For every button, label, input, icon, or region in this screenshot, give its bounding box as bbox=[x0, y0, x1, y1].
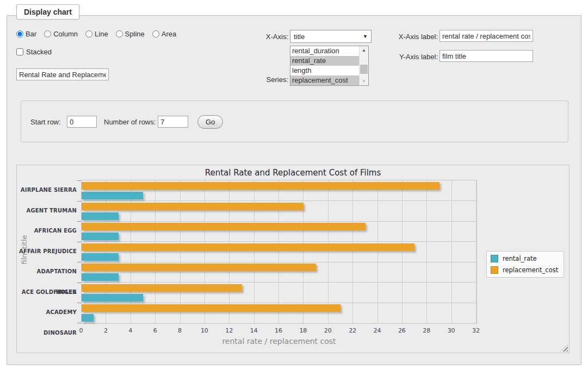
radio-label: Line bbox=[95, 30, 108, 38]
gridline bbox=[82, 241, 476, 242]
x-tick-label: 20 bbox=[324, 327, 332, 334]
plot-area bbox=[81, 180, 477, 324]
stacked-label: Stacked bbox=[26, 48, 52, 56]
chart-type-option-area[interactable]: Area bbox=[152, 30, 176, 38]
radio-label: Column bbox=[53, 30, 78, 38]
chart-container: Rental Rate and Replacement Cost of Film… bbox=[16, 165, 570, 353]
radio-label: Area bbox=[162, 30, 176, 38]
series-listbox-scrollbar[interactable]: ▲ ▼ bbox=[359, 46, 368, 85]
gridline bbox=[402, 180, 403, 323]
y-category-label: AGENT TRUMAN bbox=[17, 200, 77, 221]
legend-item-replacement_cost: replacement_cost bbox=[491, 266, 558, 274]
row-range-fieldset: Start row: Number of rows: Go bbox=[21, 101, 568, 142]
y-category-label: AFFAIR PREJUDICE bbox=[17, 241, 77, 262]
y-tick-mark bbox=[77, 180, 81, 181]
y-category-label: ACADEMY DINOSAUR bbox=[17, 302, 77, 323]
gridline bbox=[229, 180, 230, 323]
gridline bbox=[82, 262, 476, 262]
num-rows-input[interactable] bbox=[158, 116, 188, 128]
chart-legend: rental_ratereplacement_cost bbox=[486, 251, 564, 278]
x-tick-label: 16 bbox=[275, 327, 282, 334]
series-list-label: Series: bbox=[234, 76, 288, 84]
radio-line[interactable] bbox=[85, 30, 92, 37]
x-tick-label: 26 bbox=[398, 327, 406, 334]
legend-label: replacement_cost bbox=[503, 266, 558, 274]
gridline bbox=[303, 180, 304, 323]
radio-column[interactable] bbox=[44, 30, 51, 37]
bar-replacement_cost bbox=[82, 182, 440, 190]
x-tick-label: 10 bbox=[201, 327, 208, 334]
legend-swatch-icon bbox=[491, 266, 498, 274]
radio-bar[interactable] bbox=[16, 30, 23, 37]
chart-type-option-bar[interactable]: Bar bbox=[16, 30, 36, 38]
start-row-input[interactable] bbox=[67, 116, 97, 128]
y-category-labels: AIRPLANE SIERRAAGENT TRUMANAFRICAN EGGAF… bbox=[17, 180, 77, 324]
x-tick-label: 18 bbox=[299, 327, 307, 334]
stacked-checkbox-row: Stacked bbox=[16, 48, 52, 56]
gridline bbox=[328, 180, 329, 323]
chart-type-radiogroup: BarColumnLineSplineArea bbox=[16, 30, 176, 38]
fieldset-legend: Display chart bbox=[16, 4, 79, 20]
gridline bbox=[155, 180, 156, 323]
bar-replacement_cost bbox=[82, 304, 341, 312]
legend-item-rental_rate: rental_rate bbox=[491, 255, 558, 262]
y-tick-mark bbox=[77, 303, 81, 303]
bar-rental_rate bbox=[82, 294, 143, 302]
chart-type-option-spline[interactable]: Spline bbox=[116, 30, 145, 38]
page: Display chart BarColumnLineSplineArea St… bbox=[0, 0, 588, 370]
bar-replacement_cost bbox=[82, 223, 366, 230]
scroll-down-icon[interactable]: ▼ bbox=[360, 77, 368, 85]
x-tick-label: 6 bbox=[153, 327, 157, 334]
num-rows-label: Number of rows: bbox=[104, 118, 156, 126]
x-axis-ticks: 02468101214161820222426283032 bbox=[81, 327, 477, 335]
bar-replacement_cost bbox=[82, 243, 414, 251]
bar-replacement_cost bbox=[82, 264, 316, 271]
resize-handle-icon[interactable] bbox=[561, 344, 568, 352]
y-axis-label-input[interactable] bbox=[440, 50, 533, 62]
y-category-label: ACE GOLDFINGER bbox=[17, 282, 77, 303]
bar-replacement_cost bbox=[82, 203, 304, 210]
x-axis-select-label: X-Axis: bbox=[234, 33, 288, 41]
gridline bbox=[426, 180, 427, 323]
gridline bbox=[451, 180, 452, 323]
chart-type-option-column[interactable]: Column bbox=[44, 30, 78, 38]
y-category-label: AIRPLANE SIERRA bbox=[17, 180, 77, 200]
start-row-label: Start row: bbox=[30, 118, 61, 126]
x-tick-label: 28 bbox=[423, 327, 430, 334]
chevron-down-icon: ▼ bbox=[363, 34, 368, 39]
y-tick-mark bbox=[77, 262, 81, 262]
legend-label: rental_rate bbox=[503, 255, 537, 262]
radio-area[interactable] bbox=[152, 30, 159, 37]
chart-title-input[interactable] bbox=[16, 68, 109, 80]
gridline bbox=[82, 221, 476, 222]
x-axis-select[interactable]: title ▼ bbox=[290, 30, 372, 43]
series-option-replacement_cost[interactable]: replacement_cost bbox=[290, 76, 359, 85]
series-option-length[interactable]: length bbox=[290, 66, 359, 76]
x-tick-label: 8 bbox=[178, 327, 182, 334]
gridline bbox=[205, 180, 205, 323]
radio-label: Bar bbox=[26, 30, 36, 38]
x-tick-label: 22 bbox=[349, 327, 356, 334]
x-axis-title: rental rate / replacement cost bbox=[81, 337, 477, 346]
y-tick-mark bbox=[77, 201, 81, 202]
radio-spline[interactable] bbox=[116, 30, 123, 37]
chart-type-option-line[interactable]: Line bbox=[85, 30, 108, 38]
gridline bbox=[254, 180, 255, 323]
bar-rental_rate bbox=[82, 233, 119, 240]
scroll-up-icon[interactable]: ▲ bbox=[360, 46, 368, 54]
gridline bbox=[82, 303, 476, 303]
series-option-rental_duration[interactable]: rental_duration bbox=[290, 46, 359, 56]
series-listbox[interactable]: rental_durationrental_ratelengthreplacem… bbox=[290, 46, 369, 86]
x-tick-label: 14 bbox=[250, 327, 258, 334]
x-axis-label-input[interactable] bbox=[440, 30, 533, 42]
gridline bbox=[278, 180, 279, 323]
scrollbar-thumb[interactable] bbox=[360, 65, 368, 74]
gridline bbox=[476, 180, 476, 323]
series-option-rental_rate[interactable]: rental_rate bbox=[290, 56, 359, 66]
gridline bbox=[106, 180, 106, 323]
go-button[interactable]: Go bbox=[197, 115, 223, 129]
bar-rental_rate bbox=[82, 212, 119, 220]
stacked-checkbox[interactable] bbox=[16, 48, 23, 55]
legend-swatch-icon bbox=[491, 255, 498, 262]
scrollbar-track[interactable] bbox=[360, 54, 368, 77]
